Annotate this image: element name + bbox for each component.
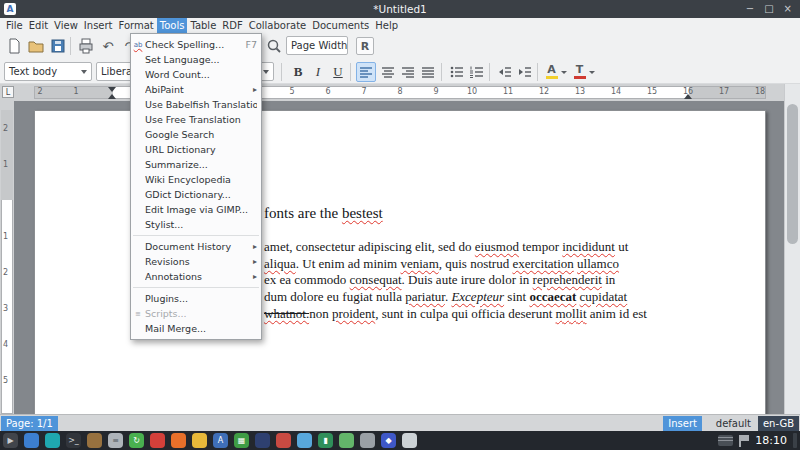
taskbar-icon-app-menu[interactable]: ▶ — [3, 433, 18, 448]
left-indent-marker[interactable] — [108, 94, 116, 99]
paragraph-style-select[interactable]: Text body — [4, 62, 92, 81]
taskbar-icon-abiword[interactable]: A — [213, 433, 228, 448]
print-button[interactable] — [76, 36, 96, 56]
menubar-item-view[interactable]: View — [51, 18, 81, 33]
menubar-item-help[interactable]: Help — [372, 18, 401, 33]
tools-menu-item-mail-merge[interactable]: Mail Merge... — [131, 321, 261, 336]
tools-menu-item-set-language[interactable]: Set Language... — [131, 52, 261, 67]
tools-menu-item-stylist[interactable]: Stylist... — [131, 217, 261, 232]
taskbar-icon-gray-app[interactable] — [360, 433, 375, 448]
rdf-label: R — [361, 40, 369, 53]
menubar-item-rdf[interactable]: RDF — [219, 18, 245, 33]
tools-menu-item-wiki-encyclopedia[interactable]: Wiki Encyclopedia — [131, 172, 261, 187]
tools-menu-item-revisions[interactable]: Revisions▸ — [131, 254, 261, 269]
tools-menu-item-google-search[interactable]: Google Search — [131, 127, 261, 142]
highlight-color-button[interactable]: A — [543, 62, 569, 82]
taskbar-launchers: ▶>_≡↻A▦▮◆ — [3, 433, 417, 448]
keyboard-indicator-icon[interactable] — [718, 435, 733, 446]
align-center-button[interactable] — [378, 62, 398, 82]
menubar-item-insert[interactable]: Insert — [81, 18, 116, 33]
menubar-item-documents[interactable]: Documents — [309, 18, 372, 33]
bold-button[interactable]: B — [288, 62, 308, 82]
tools-menu-item-abipaint[interactable]: AbiPaint▸ — [131, 82, 261, 97]
taskbar-icon-banana-app[interactable] — [192, 433, 207, 448]
taskbar-icon-blue-gem-app[interactable]: ◆ — [381, 433, 396, 448]
italic-button[interactable]: I — [308, 62, 328, 82]
taskbar-icon-navy-app[interactable] — [255, 433, 270, 448]
align-center-icon — [380, 64, 396, 80]
tools-menu-item-use-free-translation[interactable]: Use Free Translation — [131, 112, 261, 127]
minimize-button[interactable]: − — [746, 0, 754, 18]
align-left-button[interactable] — [356, 62, 376, 82]
horizontal-ruler[interactable]: 21123456789101112131415161718 L — [0, 84, 784, 101]
tools-menu-item-url-dictionary[interactable]: URL Dictionary — [131, 142, 261, 157]
taskbar-icon-light-app[interactable] — [402, 433, 417, 448]
clock[interactable]: 18:10 — [755, 434, 787, 447]
taskbar-icon-firefox[interactable] — [171, 433, 186, 448]
vertical-scrollbar[interactable] — [784, 84, 800, 414]
taskbar-icon-terminal[interactable]: >_ — [66, 433, 81, 448]
taskbar-icon-red-app[interactable] — [150, 433, 165, 448]
indent-button[interactable] — [515, 62, 535, 82]
menubar-item-tools[interactable]: Tools — [157, 18, 188, 33]
tools-menu-item-check-spelling[interactable]: abCheck Spelling...F7 — [131, 37, 261, 52]
maximize-button[interactable]: □ — [764, 0, 773, 18]
taskbar-icon-sync-app[interactable]: ↻ — [129, 433, 144, 448]
language-indicator[interactable]: en-GB — [758, 416, 799, 431]
taskbar-icon-green-app[interactable] — [339, 433, 354, 448]
submenu-arrow-icon: ▸ — [253, 272, 257, 281]
taskbar-icon-red-circle-app[interactable] — [276, 433, 291, 448]
open-button[interactable] — [26, 36, 46, 56]
close-button[interactable]: × — [784, 0, 792, 18]
tools-menu-item-gdict-dictionary[interactable]: GDict Dictionary... — [131, 187, 261, 202]
align-right-button[interactable] — [398, 62, 418, 82]
numbered-list-button[interactable] — [467, 62, 487, 82]
scrollbar-thumb[interactable] — [787, 104, 798, 244]
menu-item-label: Edit Image via GIMP... — [145, 204, 257, 215]
text-run: reprehenderit — [533, 272, 602, 287]
vertical-ruler[interactable]: 2112345 — [0, 101, 14, 414]
zoom-select[interactable]: Page Width — [286, 36, 348, 55]
font-color-button[interactable]: T — [571, 62, 597, 82]
undo-button[interactable]: ↶ — [98, 36, 118, 56]
underline-button[interactable]: U — [328, 62, 348, 82]
first-line-indent-marker[interactable] — [108, 87, 116, 92]
menubar-item-edit[interactable]: Edit — [26, 18, 51, 33]
menubar-item-table[interactable]: Table — [187, 18, 219, 33]
tools-menu-item-summarize[interactable]: Summarize... — [131, 157, 261, 172]
new-document-button[interactable] — [4, 36, 24, 56]
right-indent-marker[interactable] — [684, 94, 692, 99]
taskbar-icon-browser[interactable] — [24, 433, 39, 448]
taskbar-icon-light-blue-app[interactable] — [297, 433, 312, 448]
tools-menu-item-document-history[interactable]: Document History▸ — [131, 239, 261, 254]
menubar-item-format[interactable]: Format — [116, 18, 157, 33]
taskbar-icon-chart-app[interactable]: ▮ — [318, 433, 333, 448]
taskbar-icon-text-editor[interactable]: ≡ — [108, 433, 123, 448]
taskbar-icon-teal-app[interactable] — [45, 433, 60, 448]
menu-item-label: Scripts... — [145, 308, 257, 319]
flag-icon[interactable] — [739, 435, 749, 447]
ruler-number: 1 — [73, 87, 78, 96]
tools-menu-item-use-babelfish-translation[interactable]: Use Babelfish Translation — [131, 97, 261, 112]
taskbar-icon-file-manager[interactable] — [87, 433, 102, 448]
tools-menu-item-word-count[interactable]: Word Count... — [131, 67, 261, 82]
bullet-list-button[interactable] — [447, 62, 467, 82]
rdf-editor-button[interactable]: R — [356, 37, 374, 55]
tools-menu-item-plugins[interactable]: Plugins... — [131, 291, 261, 306]
panel-handle[interactable] — [793, 433, 797, 448]
taskbar-icon-gnumeric[interactable]: ▦ — [234, 433, 249, 448]
insert-mode-indicator[interactable]: Insert — [663, 416, 702, 431]
system-tray: 18:10 — [718, 433, 797, 448]
ruler-number: 14 — [611, 87, 621, 96]
menubar-item-collaborate[interactable]: Collaborate — [246, 18, 310, 33]
titlebar: A *Untitled1 − □ × — [0, 0, 800, 18]
save-button[interactable] — [48, 36, 68, 56]
outdent-button[interactable] — [495, 62, 515, 82]
tab-selector-button[interactable]: L — [2, 86, 14, 98]
tools-menu-item-edit-image-via-gimp[interactable]: Edit Image via GIMP... — [131, 202, 261, 217]
align-justify-button[interactable] — [418, 62, 438, 82]
ruler-number: 5 — [3, 376, 8, 385]
tools-menu-item-annotations[interactable]: Annotations▸ — [131, 269, 261, 284]
menubar-item-file[interactable]: File — [3, 18, 26, 33]
zoom-button[interactable] — [264, 36, 284, 56]
